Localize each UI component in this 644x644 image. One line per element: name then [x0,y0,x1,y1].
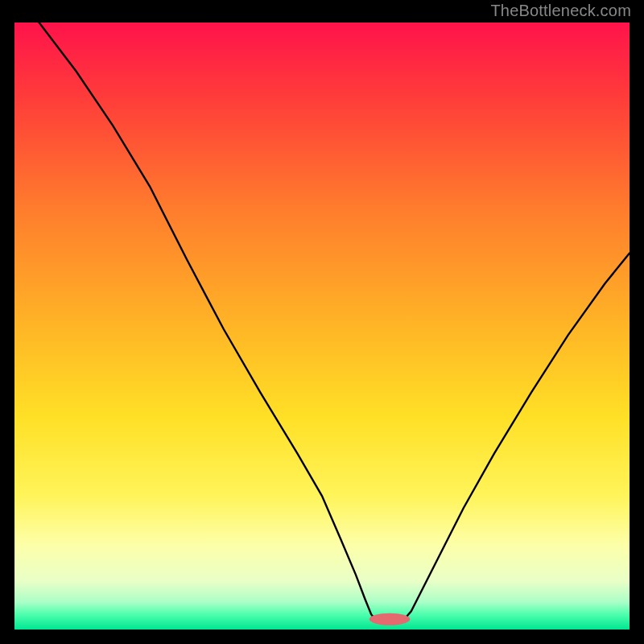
chart-container: { "attribution": "TheBottleneck.com", "c… [0,0,644,644]
attribution-text: TheBottleneck.com [490,2,631,20]
bottleneck-marker [369,613,410,625]
plot-background [14,23,630,630]
chart-svg [0,0,644,644]
